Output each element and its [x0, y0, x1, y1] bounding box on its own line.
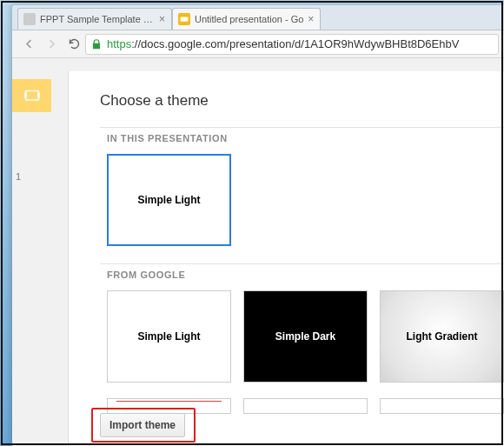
slides-app-icon	[12, 79, 51, 112]
dialog-footer: Import theme	[100, 413, 185, 437]
dialog-title: Choose a theme	[100, 92, 504, 110]
section-label: IN THIS PRESENTATION	[100, 127, 504, 147]
theme-name: Simple Light	[138, 330, 201, 343]
lock-icon	[90, 38, 103, 50]
back-button[interactable]	[17, 34, 40, 55]
section-in-presentation: IN THIS PRESENTATION Simple Light	[100, 127, 504, 255]
slide-thumb[interactable]: 1	[12, 171, 51, 182]
svg-rect-5	[37, 92, 40, 97]
favicon-generic	[23, 13, 36, 25]
slide-number: 1	[16, 171, 24, 182]
tab-strip: FPPT Sample Template - G × Untitled pres…	[12, 5, 504, 30]
browser-window: FPPT Sample Template - G × Untitled pres…	[12, 5, 504, 446]
url-path: ://docs.google.com/presentation/d/1A1OR9…	[131, 37, 459, 50]
theme-option-more-2[interactable]	[243, 398, 368, 414]
url-scheme: https	[107, 37, 131, 50]
choose-theme-dialog: Choose a theme IN THIS PRESENTATION Simp…	[68, 71, 504, 446]
theme-name: Simple Dark	[275, 330, 335, 343]
reload-button[interactable]	[63, 34, 85, 55]
tab-untitled-presentation[interactable]: Untitled presentation - Go ×	[172, 8, 321, 30]
theme-option-more-3[interactable]	[380, 398, 504, 414]
forward-button[interactable]	[40, 34, 63, 55]
theme-option-simple-light-current[interactable]: Simple Light	[107, 154, 231, 246]
slides-icon	[178, 13, 190, 25]
section-from-google: FROM GOOGLE Simple Light Simple Dark Lig…	[100, 263, 504, 423]
section-label: FROM GOOGLE	[100, 263, 504, 283]
theme-option-simple-light[interactable]: Simple Light	[107, 290, 231, 383]
svg-rect-4	[24, 92, 27, 97]
tab-title: Untitled presentation - Go	[195, 14, 303, 24]
tab-fppt-template[interactable]: FPPT Sample Template - G ×	[17, 8, 172, 30]
theme-name: Simple Light	[138, 194, 201, 206]
app-content: 1 Choose a theme IN THIS PRESENTATION Si…	[12, 58, 504, 446]
svg-rect-2	[181, 17, 189, 21]
address-bar: https://docs.google.com/presentation/d/1…	[12, 30, 504, 58]
theme-name: Light Gradient	[407, 330, 478, 343]
url-input[interactable]: https://docs.google.com/presentation/d/1…	[85, 34, 499, 55]
close-icon[interactable]: ×	[159, 16, 166, 23]
slide-filmstrip: 1	[12, 58, 51, 446]
svg-rect-3	[25, 90, 38, 100]
tab-title: FPPT Sample Template - G	[40, 14, 155, 24]
import-theme-button[interactable]: Import theme	[100, 413, 185, 437]
close-icon[interactable]: ×	[308, 16, 315, 23]
theme-option-simple-dark[interactable]: Simple Dark	[243, 290, 368, 383]
theme-option-light-gradient[interactable]: Light Gradient	[380, 290, 504, 383]
theme-option-more-1[interactable]	[107, 398, 231, 414]
svg-rect-0	[23, 13, 36, 25]
